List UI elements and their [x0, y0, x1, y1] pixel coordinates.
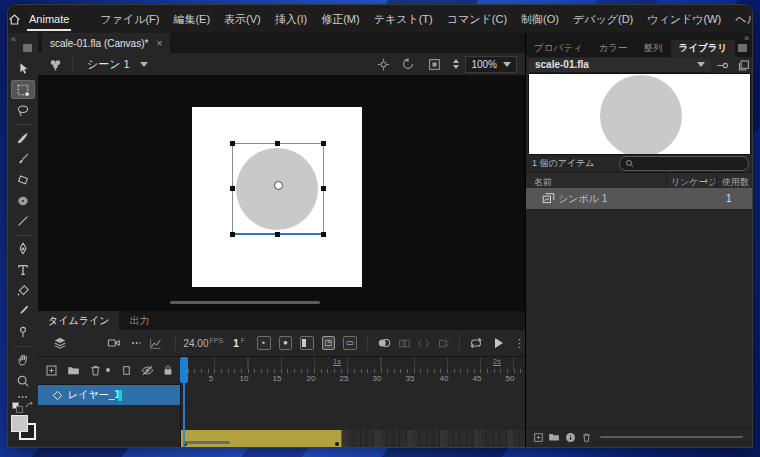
- document-tab[interactable]: scale-01.fla (Canvas)* ×: [42, 33, 170, 53]
- stage-canvas[interactable]: [192, 107, 362, 287]
- close-tab-icon[interactable]: ×: [156, 38, 162, 49]
- stage-pasteboard[interactable]: [38, 75, 525, 310]
- insert-keyframe-icon[interactable]: ●: [279, 336, 293, 350]
- menu-view[interactable]: 表示(V): [217, 12, 268, 27]
- free-transform-box[interactable]: [233, 144, 323, 234]
- eraser-tool[interactable]: [11, 170, 35, 189]
- delete-item-icon[interactable]: [578, 432, 594, 443]
- play-icon[interactable]: [487, 338, 512, 348]
- new-folder-icon[interactable]: [63, 364, 85, 377]
- current-frame-value[interactable]: 1: [233, 338, 239, 349]
- library-item-name[interactable]: シンボル 1: [558, 192, 607, 206]
- onion-skin-icon[interactable]: [374, 336, 395, 350]
- layer-options-icon[interactable]: [46, 336, 75, 350]
- menu-edit[interactable]: 編集(E): [166, 12, 217, 27]
- clip-content-icon[interactable]: [421, 58, 447, 71]
- zoom-tool[interactable]: [11, 371, 35, 390]
- visibility-column-icon[interactable]: [141, 364, 154, 377]
- transform-handle-se[interactable]: [321, 232, 326, 237]
- transform-handle-w[interactable]: [230, 186, 235, 191]
- edit-scene-icon[interactable]: [38, 57, 72, 72]
- line-tool[interactable]: [11, 212, 35, 231]
- transform-center-point[interactable]: [274, 181, 283, 190]
- remove-frames-icon[interactable]: ▭: [343, 336, 357, 350]
- timeline-frames-area[interactable]: 1s 2s 5 10 15 20 25 30 35 40 45 50: [180, 356, 525, 447]
- scene-dropdown-icon[interactable]: [140, 62, 148, 67]
- new-folder-icon[interactable]: [546, 431, 562, 443]
- camera-icon[interactable]: [103, 336, 126, 350]
- delete-layer-icon[interactable]: [84, 364, 106, 377]
- layer-highlight-color[interactable]: [118, 390, 122, 401]
- menu-modify[interactable]: 修正(M): [314, 12, 367, 27]
- library-document-select[interactable]: scale-01.fla: [529, 58, 711, 73]
- new-library-panel-icon[interactable]: [733, 59, 752, 72]
- library-item-row[interactable]: シンボル 1 1: [526, 188, 752, 209]
- collapse-panel-icon[interactable]: «: [11, 34, 16, 44]
- home-icon[interactable]: [8, 13, 21, 26]
- menu-control[interactable]: 制御(O): [514, 12, 566, 27]
- default-colors-icon[interactable]: [12, 402, 21, 411]
- fill-stroke-swatch[interactable]: [11, 415, 35, 439]
- graph-editor-icon[interactable]: [145, 337, 166, 350]
- frame-ruler[interactable]: 5 10 15 20 25 30 35 40 45 50: [181, 369, 525, 384]
- library-horizontal-scrollbar[interactable]: [600, 436, 743, 438]
- span-end-dot[interactable]: [335, 442, 339, 446]
- highlight-column-icon[interactable]: [106, 368, 110, 372]
- panel-menu-icon[interactable]: [738, 44, 747, 52]
- insert-blank-keyframe-icon[interactable]: [300, 336, 314, 350]
- menu-commands[interactable]: コマンド(C): [440, 12, 514, 27]
- menu-insert[interactable]: 挿入(I): [268, 12, 314, 27]
- zoom-level-input[interactable]: 100%: [465, 56, 517, 73]
- transform-handle-ne[interactable]: [321, 141, 326, 146]
- lasso-tool[interactable]: [11, 101, 35, 120]
- zoom-dropdown-icon[interactable]: [503, 62, 511, 67]
- fluid-brush-tool[interactable]: [11, 129, 35, 148]
- loop-icon[interactable]: [466, 336, 487, 350]
- transform-handle-e[interactable]: [321, 186, 326, 191]
- swap-colors-icon[interactable]: [25, 400, 34, 412]
- lock-column-icon[interactable]: [162, 364, 174, 376]
- zoom-stepper[interactable]: [453, 59, 459, 69]
- library-document-dropdown-icon[interactable]: [697, 62, 705, 67]
- new-layer-icon[interactable]: [41, 364, 63, 377]
- rotate-canvas-icon[interactable]: [395, 57, 421, 71]
- eyedropper-tool[interactable]: [11, 302, 35, 321]
- frame-view-icon[interactable]: [126, 337, 145, 349]
- playhead-marker[interactable]: [180, 357, 188, 383]
- menu-text[interactable]: テキスト(T): [367, 12, 440, 27]
- classic-brush-tool[interactable]: [11, 150, 35, 169]
- edit-multiple-frames-icon[interactable]: [414, 337, 433, 350]
- asset-warp-tool[interactable]: [11, 323, 35, 342]
- create-tween-icon[interactable]: ◳: [322, 336, 336, 350]
- tab-color[interactable]: カラー: [591, 40, 636, 57]
- pen-tool[interactable]: [11, 240, 35, 259]
- timeline-overflow-icon[interactable]: ⋮: [514, 337, 525, 350]
- pin-library-icon[interactable]: [711, 59, 733, 72]
- fps-value[interactable]: 24.00: [183, 338, 208, 349]
- app-name[interactable]: Animate: [27, 6, 71, 32]
- stage-horizontal-scrollbar[interactable]: [170, 301, 320, 304]
- paint-bucket-tool[interactable]: [11, 281, 35, 300]
- tab-timeline[interactable]: タイムライン: [38, 311, 119, 330]
- layer-name[interactable]: レイヤー_1: [68, 388, 120, 402]
- timeline-horizontal-scrollbar[interactable]: [184, 441, 230, 444]
- tool-options-swatch[interactable]: [23, 44, 32, 52]
- menu-debug[interactable]: デバッグ(D): [566, 12, 640, 27]
- menu-help[interactable]: ヘルプ(H): [728, 12, 752, 27]
- more-tools-icon[interactable]: •••: [18, 393, 28, 400]
- selection-tool[interactable]: [11, 60, 35, 79]
- menu-file[interactable]: ファイル(F): [93, 12, 166, 27]
- onion-outline-icon[interactable]: [395, 337, 414, 350]
- tween-span[interactable]: [181, 430, 342, 447]
- tab-library[interactable]: ライブラリ: [671, 40, 736, 57]
- tab-output[interactable]: 出力: [119, 311, 159, 330]
- transform-handle-sw[interactable]: [230, 232, 235, 237]
- column-divider[interactable]: [666, 173, 667, 188]
- transform-handle-s[interactable]: [275, 232, 280, 237]
- onion-range-icon[interactable]: [433, 337, 452, 350]
- item-properties-icon[interactable]: [562, 432, 578, 443]
- new-symbol-icon[interactable]: [530, 432, 546, 443]
- menu-window[interactable]: ウィンドウ(W): [640, 12, 728, 27]
- layer-row[interactable]: レイヤー_1: [38, 385, 180, 405]
- column-divider[interactable]: [716, 173, 717, 188]
